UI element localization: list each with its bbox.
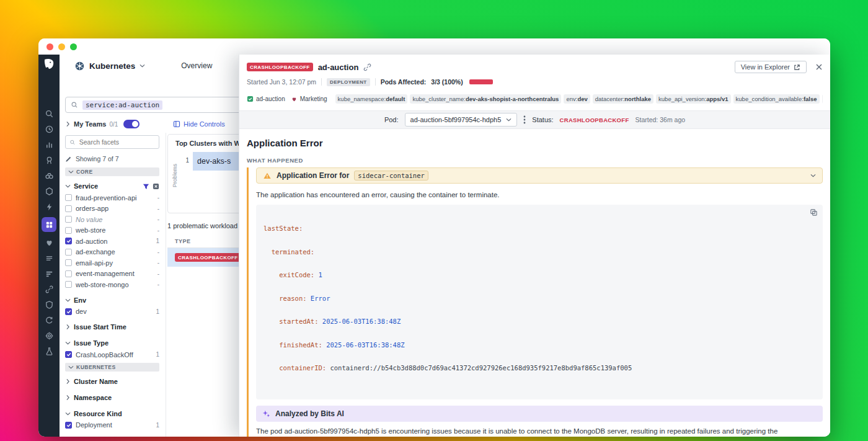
- facet-item-ad-auction[interactable]: ad-auction1: [65, 236, 159, 247]
- watchdog-icon[interactable]: [44, 171, 54, 180]
- chevron-down-icon: [506, 118, 512, 122]
- minimize-window-icon[interactable]: [58, 43, 65, 50]
- chevron-down-icon[interactable]: [140, 64, 145, 68]
- showing-count: Showing 7 of 7: [65, 155, 159, 163]
- tag-pill[interactable]: kube_con...: [822, 94, 823, 104]
- facet-group-namespace[interactable]: Namespace: [65, 391, 159, 404]
- tab-overview[interactable]: Overview: [181, 61, 212, 70]
- facet-filter-icon[interactable]: [143, 183, 149, 190]
- close-window-icon[interactable]: [46, 43, 53, 50]
- history-icon[interactable]: [44, 124, 54, 134]
- chevron-right-icon: [66, 122, 70, 127]
- pencil-icon: [65, 156, 72, 163]
- metrics-icon[interactable]: [44, 140, 54, 149]
- chevron-down-icon: [65, 412, 71, 416]
- checkbox-checked[interactable]: [65, 238, 72, 244]
- tag-pill[interactable]: datacenter:northlake: [593, 94, 653, 104]
- tag-pill[interactable]: kube_namespace:default: [335, 94, 408, 104]
- view-in-explorer-button[interactable]: View in Explorer: [735, 61, 807, 73]
- chevron-down-icon[interactable]: [810, 174, 816, 177]
- application-error-collapsible[interactable]: Application Error for sidecar-container: [256, 167, 823, 184]
- service-chip[interactable]: ad-auction: [247, 96, 285, 102]
- link-icon[interactable]: [363, 63, 371, 71]
- facet-item-orders-app[interactable]: orders-app-: [65, 203, 159, 215]
- facet-group-issue-type[interactable]: Issue Type: [65, 337, 159, 349]
- chevron-right-icon: [66, 378, 70, 384]
- team-chip[interactable]: Marketing: [291, 96, 327, 102]
- checkbox[interactable]: [65, 249, 72, 256]
- chevron-down-icon: [65, 341, 71, 345]
- facet-item-crashloopbackoff[interactable]: CrashLoopBackOff1: [65, 349, 159, 360]
- last-state-code-block: lastState: terminated: exitCode:1 reason…: [256, 205, 823, 399]
- tag-pill[interactable]: kube_condition_available:false: [733, 94, 820, 104]
- checkbox-checked[interactable]: [65, 422, 72, 429]
- facet-item-web-store[interactable]: web-store-: [65, 225, 159, 236]
- labs-icon[interactable]: [44, 346, 54, 356]
- facet-group-resource-kind[interactable]: Resource Kind: [65, 408, 159, 420]
- tag-pill[interactable]: env:dev: [564, 94, 590, 104]
- checkbox[interactable]: [65, 216, 72, 223]
- search-icon[interactable]: [44, 109, 54, 118]
- facet-item-deployment[interactable]: Deployment1: [65, 420, 159, 431]
- tag-pill[interactable]: kube_api_version:apps/v1: [656, 94, 731, 104]
- monitors-icon[interactable]: [44, 238, 54, 247]
- close-icon[interactable]: [815, 63, 823, 71]
- facet-group-env[interactable]: Env: [65, 294, 159, 306]
- my-teams-toggle[interactable]: [123, 120, 140, 128]
- checkbox[interactable]: [65, 281, 72, 288]
- checkbox[interactable]: [65, 259, 72, 266]
- checkbox[interactable]: [65, 270, 72, 277]
- traces-icon[interactable]: [44, 269, 54, 278]
- hide-controls-button[interactable]: Hide Controls: [173, 120, 225, 128]
- section-core[interactable]: CORE: [65, 167, 159, 176]
- team-icon: [291, 96, 298, 102]
- facet-item-dev[interactable]: dev1: [65, 306, 159, 318]
- checkbox-checked[interactable]: [65, 351, 72, 358]
- facet-item-web-store-mongo[interactable]: web-store-mongo-: [65, 279, 159, 290]
- facet-clear-icon[interactable]: [153, 183, 159, 190]
- settings-icon[interactable]: [44, 331, 54, 341]
- facet-search-field[interactable]: [65, 135, 159, 149]
- zoom-window-icon[interactable]: [70, 43, 77, 50]
- facet-search-input[interactable]: [79, 138, 155, 146]
- sync-icon[interactable]: [44, 315, 54, 325]
- chevron-right-icon: [66, 394, 70, 400]
- alert-description: The application has encountered an error…: [256, 190, 823, 200]
- code-line: finishedAt:2025-06-03T16:38:48Z: [264, 341, 815, 349]
- facet-group-service[interactable]: Service: [65, 180, 159, 192]
- integrations-icon[interactable]: [44, 186, 54, 196]
- sidenav-icon-list: [42, 109, 56, 356]
- chart-y-axis-label: Problems: [172, 156, 178, 195]
- checkbox[interactable]: [65, 194, 72, 201]
- service-ribbon-icon[interactable]: [44, 155, 54, 165]
- datadog-logo[interactable]: [42, 58, 56, 71]
- facet-item-no-value[interactable]: No value-: [65, 214, 159, 225]
- pod-select[interactable]: ad-auction-5bf997954c-hdph5: [405, 113, 518, 127]
- chart-tick-label: 1: [178, 157, 189, 164]
- search-query-token[interactable]: service:ad-auction: [82, 100, 162, 110]
- facet-item-email-api-py[interactable]: email-api-py-: [65, 257, 159, 269]
- kebab-menu-icon[interactable]: [523, 115, 526, 124]
- chevron-down-icon: [68, 365, 74, 369]
- containers-icon[interactable]: [42, 217, 56, 232]
- checkbox[interactable]: [65, 205, 72, 212]
- copy-icon[interactable]: [810, 208, 818, 218]
- facet-group-cluster-name[interactable]: Cluster Name: [65, 375, 159, 388]
- facet-item-fraud-prevention-api[interactable]: fraud-prevention-api-: [65, 192, 159, 203]
- facet-group-issue-start-time[interactable]: Issue Start Time: [65, 321, 159, 333]
- checkbox-checked[interactable]: [65, 308, 72, 315]
- ci-link-icon[interactable]: [44, 284, 54, 294]
- drawer-meta-row: Started Jun 3, 12:07 pm DEPLOYMENT Pods …: [247, 77, 823, 87]
- pod-selector-bar: Pod: ad-auction-5bf997954c-hdph5 Status:…: [239, 110, 830, 129]
- logs-icon[interactable]: [44, 253, 54, 263]
- serverless-icon[interactable]: [44, 202, 54, 212]
- facet-item-event-management[interactable]: event-management-: [65, 269, 159, 280]
- security-icon[interactable]: [44, 300, 54, 310]
- my-teams-control[interactable]: My Teams 0/1: [60, 120, 161, 128]
- checkbox[interactable]: [65, 227, 72, 234]
- window-titlebar: [38, 38, 830, 55]
- section-kubernetes[interactable]: KUBERNETES: [65, 363, 159, 372]
- warning-icon: [263, 172, 272, 180]
- facet-item-ad-exchange[interactable]: ad-exchange-: [65, 247, 159, 258]
- tag-pill[interactable]: kube_cluster_name:dev-aks-shopist-a-nort…: [410, 94, 561, 104]
